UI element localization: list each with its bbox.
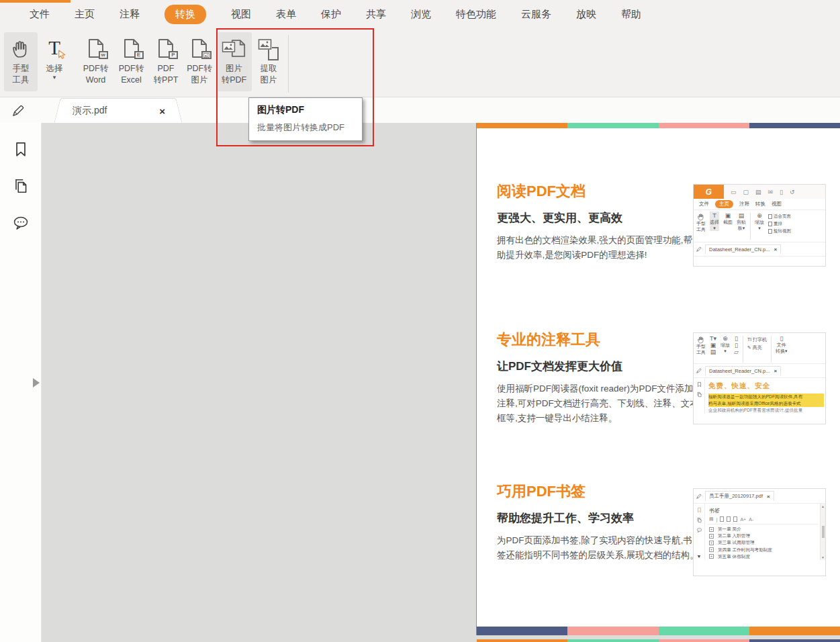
menu-item-browse[interactable]: 浏览 [411, 8, 431, 21]
mini-zoom-icon: ⊕ [722, 336, 728, 342]
section-heading: 巧用PDF书签 [497, 481, 700, 502]
tab-close-icon[interactable]: × [159, 105, 165, 117]
menu-item-features[interactable]: 特色功能 [456, 8, 496, 21]
mini-mail-icon: ✉ [768, 189, 774, 195]
document-viewport[interactable]: 阅读PDF文档 更强大、更实用、更高效 拥有出色的文档渲染效果,强大的页面管理功… [42, 123, 840, 642]
bookmarks-panel-icon[interactable] [12, 140, 30, 158]
tooltip-description: 批量将图片转换成PDF [257, 122, 354, 134]
image-to-pdf-button[interactable]: 图片 转PDF [216, 32, 252, 91]
mini-save-icon: ▢ [743, 189, 749, 195]
menu-item-form[interactable]: 表单 [276, 8, 296, 21]
section-subheading: 让PDF文档发挥更大价值 [497, 359, 700, 374]
menu-item-annotate[interactable]: 注释 [120, 8, 140, 21]
section-body: 为PDF页面添加书签,除了实现内容的快速导航,书签还能指明不同书签的层级关系,展… [497, 533, 700, 563]
mini-bookmark-panel-title: 书签 [709, 507, 819, 514]
pdf-to-word-button[interactable]: w PDF转 Word [78, 32, 113, 91]
menu-item-view[interactable]: 视图 [231, 8, 251, 21]
hand-tool-button[interactable]: 手型 工具 [4, 32, 38, 91]
comments-panel-icon[interactable] [12, 214, 30, 232]
section-annotation-tools: 专业的注释工具 让PDF文档发挥更大价值 使用福昕PDF阅读器(foxit re… [497, 330, 700, 426]
pencil-edit-icon[interactable] [9, 103, 28, 118]
mini-screenshot-icon: ▣ [725, 213, 731, 220]
section-body: 使用福昕PDF阅读器(foxit reader)为PDF文件添加注释,可对PDF… [497, 381, 700, 426]
menu-item-file[interactable]: 文件 [30, 8, 50, 21]
mini-select-stack: T▾▣▤ [710, 334, 716, 356]
mini-scrollbar: ▲ ▼ [820, 504, 825, 560]
mini-newdoc-icon: ▯ [780, 189, 783, 195]
menu-item-protect[interactable]: 保护 [321, 8, 341, 21]
mini-menu-annotate: 注释 [739, 201, 749, 208]
pdf-to-excel-button[interactable]: E PDF转 Excel [113, 32, 149, 91]
menu-item-cloud[interactable]: 云服务 [521, 8, 551, 21]
next-page-top-color-bar [477, 639, 840, 642]
menu-item-slideshow[interactable]: 放映 [576, 8, 596, 21]
image-to-pdf-icon [222, 35, 247, 63]
section-body: 拥有出色的文档渲染效果,强大的页面管理功能,帮助提升效率,是您阅读PDF的理想选… [497, 233, 700, 263]
mini-hand-icon [697, 213, 705, 221]
mini-folder-icon: ▭ [731, 189, 737, 195]
mini-bookmark-list: +第一章 简介 +第二章 入职管理 +第三章 试用期管理 +第四章 工作时间与考… [708, 524, 819, 560]
mini-pages-icon [696, 392, 702, 398]
pdf-to-ppt-button[interactable]: P PDF 转PPT [149, 32, 183, 91]
page-bottom-color-bar [477, 627, 840, 635]
select-tool-button[interactable]: T 选择 ▾ [38, 32, 71, 91]
sidebar-expand-arrow-icon[interactable] [33, 378, 40, 387]
pages-panel-icon[interactable] [12, 177, 30, 195]
menu-item-home[interactable]: 主页 [75, 8, 95, 21]
mini-clipboard-tool: ▤ 剪贴板▾ [737, 212, 746, 231]
mini-bookmark-icon-active [696, 507, 702, 513]
mini-pages-icon [696, 517, 702, 523]
menu-item-help[interactable]: 帮助 [621, 8, 641, 21]
section-heading: 阅读PDF文档 [497, 181, 700, 201]
mini-view-options: 适合页面 重排 旋转视图 [768, 212, 791, 234]
select-text-cursor-icon: T [44, 35, 64, 63]
mini-page-ops-stack: ▯▯▱ [734, 334, 739, 356]
mini-caret-down-icon: ▼ [697, 554, 702, 559]
pdf-to-image-icon [191, 35, 208, 63]
pdf-page: 阅读PDF文档 更强大、更实用、更高效 拥有出色的文档渲染效果,强大的页面管理功… [477, 123, 840, 635]
mini-bookmark-toolbar: ▤| A+A- [708, 516, 819, 524]
mini-menu-home-active: 主页 [715, 200, 733, 208]
mini-pencil-icon [696, 246, 702, 253]
mini-menu-view: 视图 [772, 201, 782, 208]
pdf-to-ppt-icon: P [157, 35, 175, 63]
mini-highlighted-text: 档与表单,福昕阅读器采用Office风格的选项卡式 [708, 400, 824, 407]
menu-item-share[interactable]: 共享 [366, 8, 386, 21]
section-subheading: 更强大、更实用、更高效 [497, 210, 700, 226]
section-heading: 专业的注释工具 [497, 330, 700, 350]
page-top-color-bar [477, 123, 840, 128]
mini-hand-icon [697, 336, 705, 344]
pdf-to-excel-icon: E [123, 35, 140, 63]
toolbar-separator [288, 35, 289, 93]
extract-image-button[interactable]: 提取 图片 [252, 32, 285, 91]
pdf-to-image-button[interactable]: PDF转 图片 [183, 32, 216, 91]
mini-select-tool: T 选择▾ [710, 212, 719, 231]
foxit-reader-window: 文件 主页 注释 转换 视图 表单 保护 共享 浏览 特色功能 云服务 放映 帮… [0, 0, 840, 642]
document-tab-title: 演示.pdf [73, 105, 107, 117]
dropdown-icon: ▾ [53, 75, 56, 81]
mini-menu-convert: 转换 [755, 201, 765, 208]
section-pdf-bookmarks: 巧用PDF书签 帮助您提升工作、学习效率 为PDF页面添加书签,除了实现内容的快… [497, 481, 700, 563]
mini-comment-icon [696, 527, 702, 533]
window-accent-strip [0, 0, 71, 3]
mini-hand-tool: 手型工具 [696, 212, 706, 233]
mini-foxit-logo: G [694, 185, 724, 199]
document-tab[interactable]: 演示.pdf × [64, 98, 172, 123]
mini-menu-file: 文件 [699, 201, 709, 208]
menu-bar: 文件 主页 注释 转换 视图 表单 保护 共享 浏览 特色功能 云服务 放映 帮… [0, 0, 840, 28]
pdf-to-word-icon: w [87, 35, 105, 63]
mini-body-text: 企业和政府机构的PDF查看需求而设计,提供批量 [708, 407, 824, 414]
annotation-screenshot-thumbnail: 手型工具 T▾▣▤ ⊕ 缩放▾ ▯▯▱ [693, 332, 826, 424]
mini-print-icon: ▤ [755, 189, 761, 195]
mini-screenshot-tool: ▣ 截图 [723, 212, 733, 226]
mini-hand-tool: 手型工具 [696, 334, 706, 356]
menu-item-convert-active[interactable]: 转换 [165, 5, 206, 24]
image-to-pdf-tooltip: 图片转PDF 批量将图片转换成PDF [248, 97, 363, 141]
mini-highlighted-text: 福昕阅读器是一款功能强大的PDF阅读软件,具有 [708, 394, 824, 400]
mini-sidebar [694, 378, 705, 414]
mini-pencil-icon [696, 367, 702, 374]
section-read-pdf: 阅读PDF文档 更强大、更实用、更高效 拥有出色的文档渲染效果,强大的页面管理功… [497, 181, 700, 263]
mini-file-convert: ▯ 文件转换▾ [776, 334, 788, 354]
convert-ribbon: 手型 工具 T 选择 ▾ w PDF转 Word E PDF转 Excel [0, 28, 840, 97]
mini-sidebar: ▼ [694, 504, 705, 560]
